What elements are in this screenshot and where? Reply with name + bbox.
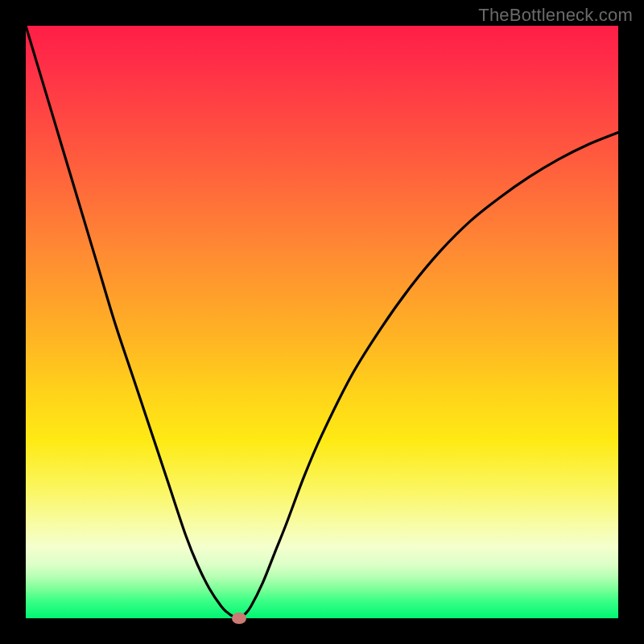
- chart-frame: TheBottleneck.com: [0, 0, 644, 644]
- optimal-point-marker: [232, 613, 246, 624]
- plot-area: [26, 26, 618, 618]
- bottleneck-curve: [26, 26, 618, 618]
- watermark-text: TheBottleneck.com: [478, 5, 633, 26]
